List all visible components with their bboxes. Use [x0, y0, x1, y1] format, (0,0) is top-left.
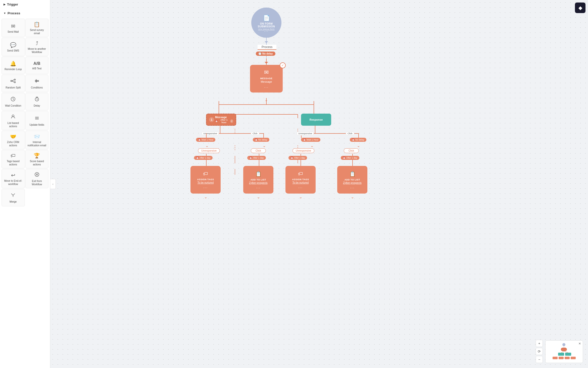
minimap-content — [546, 341, 583, 363]
trigger-label: Trigger — [7, 3, 18, 6]
assign-tags-node[interactable]: 🏷 ASSIGN TAGS To be nurtured ··· — [190, 166, 221, 194]
sidebar-item-send-sms[interactable]: 💬 Send SMS — [2, 38, 25, 56]
wait-1hour-badge[interactable]: ⏰ Wait 1 Hour — [196, 138, 215, 142]
svg-point-0 — [11, 80, 12, 82]
add-to-list-chevron: ⌄ — [243, 195, 273, 199]
assign-tags-icon: 🏷 — [203, 171, 208, 177]
sidebar-item-tags-based[interactable]: 🏷 Tags based actions — [2, 150, 25, 168]
svg-marker-41 — [265, 62, 268, 64]
svg-line-20 — [11, 194, 13, 195]
svg-rect-48 — [565, 357, 570, 359]
assign-tags-dots-r: ··· — [298, 186, 303, 190]
delay-icon — [34, 96, 40, 103]
unresponsive-label-1: Unresponsive — [202, 131, 219, 135]
response-branch-wrapper: Response — [301, 114, 331, 126]
message-name: Message — [261, 80, 272, 83]
add-to-list-node-r[interactable]: 📋 ADD TO LIST Zylker prospects ··· — [337, 166, 367, 194]
wait-icon: ⏰ — [198, 139, 201, 141]
exit-icon — [34, 172, 40, 178]
zoom-in-button[interactable]: + — [536, 340, 543, 347]
sidebar-items-grid: ✉ Send Mail 📋 Send survey email 💬 Send S… — [0, 18, 50, 207]
sidebar-item-list-based-actions[interactable]: List based actions — [2, 111, 25, 130]
chevron-r-wait: ⌄ — [310, 143, 314, 148]
zoom-out-button[interactable]: − — [536, 356, 543, 363]
sidebar-item-delay[interactable]: Delay — [25, 93, 49, 110]
r-nodelay-badge[interactable]: ⏰ No delay — [350, 138, 366, 142]
sidebar-item-merge[interactable]: Merge — [2, 189, 25, 206]
info-icon: i — [230, 119, 233, 123]
no-delay-badge[interactable]: 🕐 No delay — [256, 52, 275, 56]
add-to-list-name: Zylker prospects — [249, 181, 267, 184]
branch-line — [219, 104, 314, 105]
sidebar-item-ab-test[interactable]: A/B A/B Test — [25, 57, 49, 74]
move-end-icon: ↩ — [11, 172, 15, 178]
assign-tags-node-wrapper: 🏷 ASSIGN TAGS To be nurtured ··· ⌄ — [190, 166, 221, 199]
sidebar-item-zoho-crm[interactable]: 🤝 Zoho CRM actions — [2, 131, 25, 149]
svg-rect-47 — [559, 357, 564, 359]
sidebar-item-move-workflow[interactable]: ⤴ Move to another Workflow — [25, 38, 49, 56]
sidebar-item-move-end[interactable]: ↩ Move to End-of-workflow — [2, 169, 25, 188]
zoho-crm-label: Zoho CRM actions — [3, 141, 23, 147]
add-to-list-title-r: ADD TO LIST — [345, 178, 360, 181]
message-node[interactable]: ✉ MESSAGE Message ··· — [250, 65, 283, 93]
assign-tags-node-r-wrapper: 🏷 ASSIGN TAGS To be nurtured ··· ⌄ — [285, 166, 316, 199]
sidebar-item-random-split[interactable]: Random Split — [2, 75, 25, 92]
process-section-label: Process — [258, 45, 276, 50]
sidebar-item-reminder-loop[interactable]: 🔔 Reminder Loop — [2, 57, 25, 74]
svg-rect-49 — [571, 357, 576, 359]
no-delay-badge-2-wrapper: ⏰ No delay — [253, 138, 269, 142]
left-split-line — [220, 126, 220, 133]
sidebar: ▶ Trigger ▼ Process ✉ Send Mail 📋 Send s… — [0, 0, 50, 368]
r-nodelay-badge-wrapper: ⏰ No delay — [350, 138, 366, 142]
collapse-sidebar-button[interactable]: ‹ — [50, 179, 56, 189]
clock-icon-2: ⏰ — [215, 120, 218, 122]
internal-notification-label: Internal notification email — [27, 141, 47, 147]
assign-tags-r-chevron: ⌄ — [285, 195, 316, 199]
add-to-list-node[interactable]: 📋 ADD TO LIST Zylker prospects ··· — [243, 166, 273, 194]
response-branch-node[interactable]: Response — [301, 114, 331, 126]
conditions-label: Conditions — [31, 86, 43, 89]
merge-label: Merge — [10, 200, 17, 203]
sidebar-item-conditions[interactable]: Conditions — [25, 75, 49, 92]
sidebar-item-score-based[interactable]: 🏆 Score based actions — [25, 150, 49, 168]
message-branch-wrapper: 1 Message ⏰ After 1 hour i — [206, 114, 236, 126]
message-branch-node[interactable]: 1 Message ⏰ After 1 hour i — [206, 114, 236, 126]
no-delay-badge-2[interactable]: ⏰ No delay — [253, 138, 269, 142]
click-label-text-1: Click — [251, 131, 259, 135]
sidebar-item-send-mail[interactable]: ✉ Send Mail — [2, 19, 25, 37]
svg-rect-7 — [36, 79, 36, 83]
r-addlist-delay-badge-wrapper: ⏰ After 1 day — [341, 156, 359, 160]
add-to-list-node-wrapper: 📋 ADD TO LIST Zylker prospects ··· ⌄ — [243, 166, 273, 199]
assign-tags-node-r[interactable]: 🏷 ASSIGN TAGS To be nurtured ··· — [285, 166, 316, 194]
svg-point-1 — [14, 79, 16, 80]
assign-tags-name: To be nurtured — [198, 181, 214, 184]
add-to-list-icon: 📋 — [255, 171, 262, 177]
sidebar-item-internal-notification[interactable]: 📨 Internal notification email — [25, 131, 49, 149]
addlist-delay-badge: ⏰ After 1 day — [247, 156, 266, 160]
trigger-section-header[interactable]: ▶ Trigger — [0, 0, 50, 9]
list-based-label: List based actions — [3, 121, 23, 128]
message-branch-label: Message — [215, 116, 227, 119]
message-dots: ··· — [264, 85, 269, 89]
sidebar-item-update-fields[interactable]: Update fields — [25, 111, 49, 130]
send-survey-icon: 📋 — [34, 21, 40, 27]
minimap-close-button[interactable]: ✕ — [578, 342, 582, 346]
sidebar-item-exit[interactable]: Exit from Workflow — [25, 169, 49, 188]
process-label: Process — [8, 11, 20, 15]
svg-marker-39 — [265, 41, 268, 43]
sidebar-item-send-survey-email[interactable]: 📋 Send survey email — [25, 19, 49, 37]
trigger-arrow — [265, 38, 268, 44]
process-section-header[interactable]: ▼ Process — [0, 9, 50, 18]
send-mail-label: Send Mail — [8, 30, 19, 33]
sidebar-item-wait-condition[interactable]: Wait Condition — [2, 93, 25, 110]
click-tag-1: Click — [251, 148, 266, 153]
message-node-wrapper: ✓ ✉ MESSAGE Message ··· — [250, 65, 283, 93]
move-end-label: Move to End-of-workflow — [3, 179, 23, 186]
chevron-wait: ⌄ — [205, 143, 209, 148]
assign-tags-name-r: To be nurtured — [292, 181, 309, 184]
reset-view-button[interactable]: ⟳ — [536, 348, 543, 355]
trigger-node[interactable]: 📄 ON FORM SUBMISSION Any signup form ··· — [251, 8, 281, 38]
canvas-area[interactable]: ‹ ◆ — [50, 0, 588, 368]
r-wait-badge[interactable]: ⏰ Wait 1 Hour — [301, 138, 320, 142]
send-sms-icon: 💬 — [10, 42, 16, 48]
